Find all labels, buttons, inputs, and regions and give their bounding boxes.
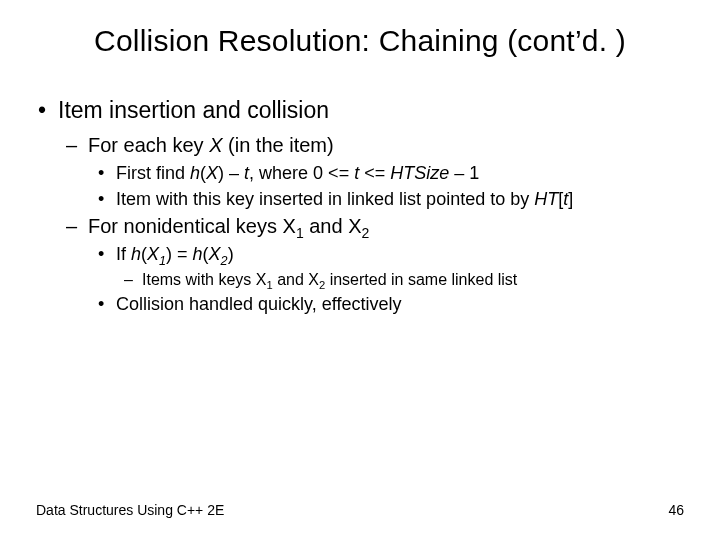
var-x: X <box>206 163 218 183</box>
text: ] <box>568 189 573 209</box>
text: Item with this key inserted in linked li… <box>116 189 534 209</box>
sub-list: If h(X1) = h(X2) Items with keys X1 and … <box>88 242 684 316</box>
text: If <box>116 244 131 264</box>
bullet-nonidentical: For nonidentical keys X1 and X2 If h(X1)… <box>58 213 684 316</box>
var-x: X <box>209 244 221 264</box>
subscript: 2 <box>221 254 228 268</box>
slide-title: Collision Resolution: Chaining (cont’d. … <box>36 24 684 58</box>
subscript: 1 <box>296 225 304 241</box>
page-number: 46 <box>668 502 684 518</box>
bullet-first-find: First find h(X) – t, where 0 <= t <= HTS… <box>88 161 684 185</box>
bullet-item-insertion: Item insertion and collision For each ke… <box>36 96 684 317</box>
bullet-list: Item insertion and collision For each ke… <box>36 96 684 317</box>
var-htsize: HTSize <box>390 163 449 183</box>
footer: Data Structures Using C++ 2E 46 <box>36 502 684 518</box>
bullet-each-key: For each key X (in the item) First find … <box>58 132 684 212</box>
var-h: h <box>190 163 200 183</box>
subscript: 1 <box>159 254 166 268</box>
text: – <box>224 163 244 183</box>
text: For nonidentical keys X <box>88 215 296 237</box>
subscript: 2 <box>362 225 370 241</box>
var-h: h <box>131 244 141 264</box>
text: ) <box>228 244 234 264</box>
text: Items with keys X <box>142 271 266 288</box>
sub-list: For each key X (in the item) First find … <box>58 132 684 317</box>
text: – 1 <box>449 163 479 183</box>
text: , where 0 <= <box>249 163 354 183</box>
slide: Collision Resolution: Chaining (cont’d. … <box>0 0 720 540</box>
text: For each key <box>88 134 209 156</box>
text: <= <box>359 163 390 183</box>
text: = <box>172 244 193 264</box>
text: and X <box>304 215 362 237</box>
var-x: X <box>147 244 159 264</box>
text: inserted in same linked list <box>325 271 517 288</box>
text: and X <box>273 271 319 288</box>
text: First find <box>116 163 190 183</box>
sub-list: First find h(X) – t, where 0 <= t <= HTS… <box>88 161 684 212</box>
text: (in the item) <box>223 134 334 156</box>
bullet-if-hash: If h(X1) = h(X2) Items with keys X1 and … <box>88 242 684 290</box>
var-x: X <box>209 134 222 156</box>
text: Collision handled quickly, effectively <box>116 294 402 314</box>
sub-list: Items with keys X1 and X2 inserted in sa… <box>116 269 684 291</box>
bullet-same-list: Items with keys X1 and X2 inserted in sa… <box>116 269 684 291</box>
text: Item insertion and collision <box>58 97 329 123</box>
bullet-collision-handled: Collision handled quickly, effectively <box>88 292 684 316</box>
var-h: h <box>193 244 203 264</box>
var-ht: HT <box>534 189 558 209</box>
bullet-item-inserted: Item with this key inserted in linked li… <box>88 187 684 211</box>
footer-source: Data Structures Using C++ 2E <box>36 502 224 518</box>
